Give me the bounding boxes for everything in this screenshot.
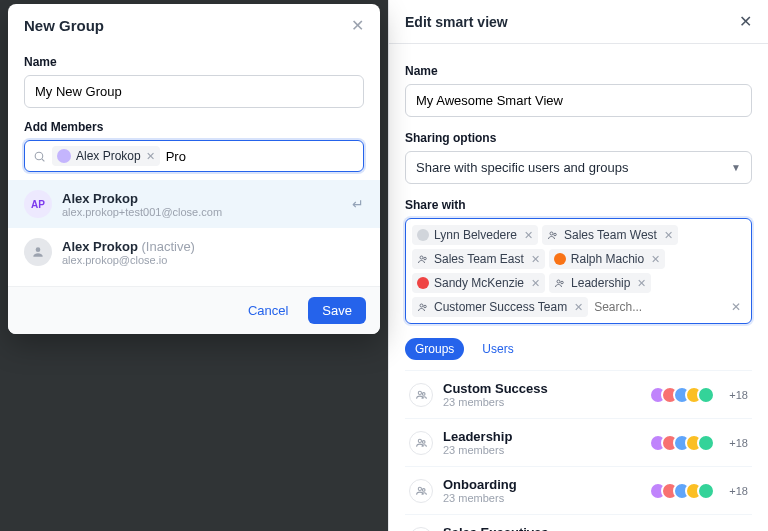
chip-label: Sandy McKenzie	[434, 276, 524, 290]
svg-point-6	[424, 257, 427, 260]
enter-icon: ↵	[352, 196, 364, 212]
member-search-input[interactable]	[166, 149, 355, 164]
group-members-count: 23 members	[443, 492, 645, 504]
svg-point-5	[420, 256, 423, 259]
svg-point-9	[420, 304, 423, 307]
chip-remove-icon[interactable]: ✕	[637, 277, 646, 290]
avatar-stack	[655, 386, 715, 404]
share-with-chips[interactable]: Lynn Belvedere✕Sales Team West✕Sales Tea…	[405, 218, 752, 324]
svg-point-11	[418, 391, 421, 394]
svg-point-3	[550, 232, 553, 235]
overflow-count: +18	[729, 437, 748, 449]
overflow-count: +18	[729, 485, 748, 497]
svg-point-13	[418, 439, 421, 442]
tab-users[interactable]: Users	[472, 338, 523, 360]
group-row[interactable]: Sales Executives23 members+18	[405, 515, 752, 531]
close-icon[interactable]: ✕	[351, 16, 364, 35]
group-name: Onboarding	[443, 477, 645, 492]
member-chip: Alex Prokop ✕	[52, 146, 160, 166]
chip-label: Sales Team West	[564, 228, 657, 242]
chip-label: Sales Team East	[434, 252, 524, 266]
group-icon	[409, 431, 433, 455]
new-group-modal: New Group ✕ Name Add Members Alex Prokop…	[8, 4, 380, 334]
share-chip: Customer Success Team✕	[412, 297, 588, 317]
member-results-dropdown: AP Alex Prokop alex.prokop+test001@close…	[8, 180, 380, 276]
svg-point-16	[422, 489, 425, 492]
left-backdrop: New Group ✕ Name Add Members Alex Prokop…	[0, 0, 388, 531]
share-chip: Leadership✕	[549, 273, 651, 293]
avatar-icon	[417, 277, 429, 289]
close-icon[interactable]: ✕	[739, 12, 752, 31]
chip-remove-icon[interactable]: ✕	[664, 229, 673, 242]
search-icon	[33, 150, 46, 163]
group-icon	[547, 229, 559, 241]
group-name: Sales Executives	[443, 525, 645, 531]
share-with-label: Share with	[405, 198, 752, 212]
group-icon	[409, 383, 433, 407]
chevron-down-icon: ▼	[731, 162, 741, 173]
share-chip: Lynn Belvedere✕	[412, 225, 538, 245]
chip-label: Customer Success Team	[434, 300, 567, 314]
chip-remove-icon[interactable]: ✕	[651, 253, 660, 266]
chip-remove-icon[interactable]: ✕	[531, 253, 540, 266]
overflow-count: +18	[729, 389, 748, 401]
result-email: alex.prokop@close.io	[62, 254, 195, 266]
svg-point-15	[418, 487, 421, 490]
result-name: Alex Prokop	[62, 191, 138, 206]
member-result-1[interactable]: Alex Prokop (Inactive) alex.prokop@close…	[8, 228, 380, 276]
group-members-count: 23 members	[443, 396, 645, 408]
group-icon	[554, 277, 566, 289]
avatar-icon	[417, 229, 429, 241]
avatar-icon	[697, 386, 715, 404]
result-name: Alex Prokop	[62, 239, 138, 254]
result-inactive-tag: (Inactive)	[141, 239, 194, 254]
svg-line-1	[42, 159, 44, 161]
chip-label: Ralph Machio	[571, 252, 644, 266]
svg-point-10	[424, 305, 427, 308]
cancel-button[interactable]: Cancel	[238, 297, 298, 324]
share-chip: Ralph Machio✕	[549, 249, 665, 269]
group-row[interactable]: Custom Success23 members+18	[405, 371, 752, 419]
sharing-options-label: Sharing options	[405, 131, 752, 145]
add-members-label: Add Members	[24, 120, 364, 134]
add-members-search[interactable]: Alex Prokop ✕	[24, 140, 364, 172]
chip-remove-icon[interactable]: ✕	[524, 229, 533, 242]
group-icon	[409, 527, 433, 532]
svg-point-2	[36, 247, 41, 252]
sharing-options-select[interactable]: Share with specific users and groups ▼	[405, 151, 752, 184]
name-label: Name	[405, 64, 752, 78]
tab-groups[interactable]: Groups	[405, 338, 464, 360]
chip-label: Lynn Belvedere	[434, 228, 517, 242]
group-members-count: 23 members	[443, 444, 645, 456]
chip-label: Leadership	[571, 276, 630, 290]
name-label: Name	[24, 55, 364, 69]
share-with-search-input[interactable]	[592, 297, 723, 317]
member-result-0[interactable]: AP Alex Prokop alex.prokop+test001@close…	[8, 180, 380, 228]
svg-point-7	[557, 280, 560, 283]
save-button[interactable]: Save	[308, 297, 366, 324]
group-row[interactable]: Leadership23 members+18	[405, 419, 752, 467]
smart-view-name-input[interactable]	[405, 84, 752, 117]
group-name-input[interactable]	[24, 75, 364, 108]
group-name: Leadership	[443, 429, 645, 444]
group-row[interactable]: Onboarding23 members+18	[405, 467, 752, 515]
chip-remove-icon[interactable]: ✕	[146, 150, 155, 163]
chip-remove-icon[interactable]: ✕	[574, 301, 583, 314]
groups-list: Custom Success23 members+18Leadership23 …	[405, 370, 752, 531]
result-email: alex.prokop+test001@close.com	[62, 206, 222, 218]
svg-point-4	[554, 233, 557, 236]
modal-title: New Group	[24, 17, 104, 34]
share-chip: Sales Team West✕	[542, 225, 678, 245]
avatar-icon	[57, 149, 71, 163]
avatar-icon	[24, 238, 52, 266]
svg-point-12	[422, 393, 425, 396]
group-icon	[417, 301, 429, 313]
member-chip-label: Alex Prokop	[76, 149, 141, 163]
clear-all-icon[interactable]: ✕	[727, 300, 745, 314]
avatar-stack	[655, 434, 715, 452]
chip-remove-icon[interactable]: ✕	[531, 277, 540, 290]
avatar-icon: AP	[24, 190, 52, 218]
panel-title: Edit smart view	[405, 14, 508, 30]
group-icon	[417, 253, 429, 265]
avatar-icon	[697, 434, 715, 452]
